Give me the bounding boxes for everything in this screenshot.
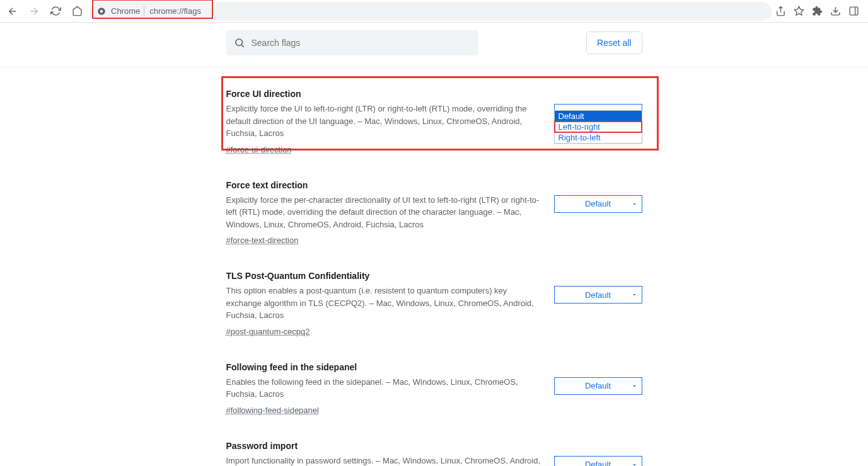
dropdown-option-ltr[interactable]: Left-to-right [554,121,642,133]
svg-point-1 [100,9,103,13]
divider [144,6,144,16]
flag-select[interactable]: Default [554,195,642,213]
extensions-icon[interactable] [812,6,823,16]
home-button[interactable] [68,3,86,20]
sidepanel-icon[interactable] [848,6,859,16]
flag-select[interactable]: Default [554,286,642,304]
downloads-icon[interactable] [830,6,841,16]
dropdown-option-rtl[interactable]: Right-to-left [555,132,642,143]
svg-marker-2 [794,6,803,14]
site-chip: Chrome [111,6,144,16]
flag-anchor-link[interactable]: #following-feed-sidepanel [226,406,319,415]
flag-anchor-link[interactable]: #post-quantum-cecpq2 [226,327,310,336]
select-value: Default [585,460,611,466]
flag-title: Following feed in the sidepanel [226,362,541,372]
reset-all-button[interactable]: Reset all [586,31,642,54]
url-text: chrome://flags [149,6,201,16]
flag-anchor-link[interactable]: #force-ui-direction [226,145,292,154]
flag-title: TLS Post-Quantum Confidentiality [226,271,541,281]
back-button[interactable] [4,3,21,20]
chevron-down-icon [631,461,638,466]
flags-list: Force UI direction Explicitly force the … [226,77,642,466]
browser-toolbar: Chrome chrome://flags [0,0,868,23]
select-value: Default [585,290,611,300]
toolbar-right [775,6,864,16]
chrome-icon [97,7,106,16]
site-label: Chrome [111,6,140,16]
select-value: Default [585,381,611,390]
flag-row: TLS Post-Quantum Confidentiality This op… [226,259,642,351]
flag-description: Import functionality in password setting… [226,455,541,467]
share-icon[interactable] [775,6,786,16]
flag-row: Force UI direction Explicitly force the … [226,77,642,169]
chevron-down-icon [631,292,638,298]
svg-rect-3 [850,7,858,15]
flag-title: Password import [226,441,541,451]
flag-description: Explicitly force the per-character direc… [226,194,541,231]
flag-row: Force text direction Explicitly force th… [226,169,642,260]
select-value: Default [585,199,611,208]
flags-topbar: Reset all [0,26,868,67]
flag-title: Force text direction [226,180,541,190]
reload-button[interactable] [47,3,64,20]
forward-button[interactable] [25,3,43,20]
search-icon [234,37,245,48]
address-bar[interactable]: Chrome chrome://flags [90,2,772,21]
flag-row: Following feed in the sidepanel Enables … [226,351,642,429]
chevron-down-icon [631,200,638,207]
dropdown-option-default[interactable]: Default [555,111,642,122]
search-flags-box[interactable] [226,30,478,55]
flag-select[interactable]: Default [554,456,642,467]
flag-row: Password import Import functionality in … [226,429,642,467]
search-input[interactable] [252,38,471,48]
bookmark-star-icon[interactable] [794,6,804,16]
select-dropdown: Default Left-to-right Right-to-left [554,110,642,144]
flag-description: Explicitly force the UI to left-to-right… [226,103,541,140]
flag-select[interactable]: Default [554,377,642,395]
svg-line-6 [241,45,243,47]
chevron-down-icon [631,382,638,389]
svg-point-5 [236,39,243,46]
flag-description: Enables the following feed in the sidepa… [226,376,541,401]
flag-title: Force UI direction [226,89,541,99]
flag-description: This option enables a post-quantum (i.e.… [226,285,541,322]
flag-anchor-link[interactable]: #force-text-direction [226,236,299,245]
page-body: Reset all Force UI direction Explicitly … [0,23,868,466]
